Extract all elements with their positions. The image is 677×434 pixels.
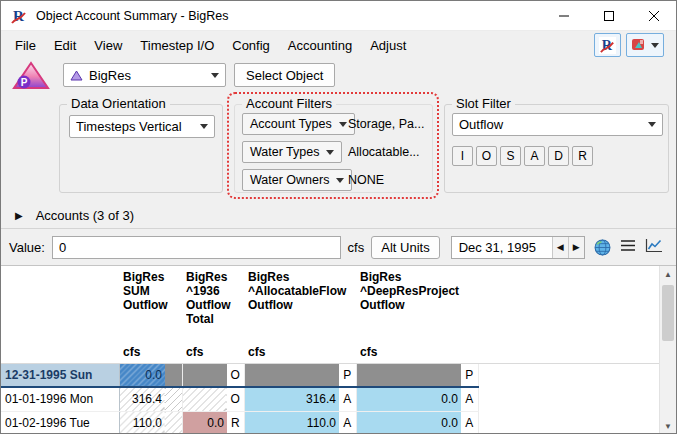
value-bar: Value: cfs Alt Units Dec 31, 1995 ◀ ▶ — [1, 229, 676, 265]
water-types-button-label: Water Types — [250, 145, 319, 159]
accounts-section-header[interactable]: ▶ Accounts (3 of 3) — [1, 203, 676, 229]
row-header-date[interactable]: 01-02-1996 Tue — [1, 411, 119, 434]
cell-flag[interactable]: A — [339, 411, 356, 434]
row-header-date[interactable]: 12-31-1995 Sun — [1, 363, 119, 387]
slot-filter-combo[interactable]: Outflow — [452, 113, 663, 136]
account-table-area: BigRes SUM Outflowcfs BigRes ^1936 Outfl… — [1, 265, 676, 434]
table-row: 12-31-1995 Sun 0.0 O P P — [1, 363, 661, 387]
filler-header — [478, 266, 661, 363]
reservoir-object-icon: P — [12, 61, 50, 90]
cell-flag[interactable]: O — [227, 387, 244, 411]
data-orientation-combo[interactable]: Timesteps Vertical — [69, 115, 215, 138]
cell-value[interactable]: 0.0 — [182, 411, 227, 434]
column-header-deepresproject-outflow[interactable]: BigRes ^DeepResProject Outflowcfs — [356, 266, 478, 363]
cell-value[interactable]: 0.0 — [356, 411, 461, 434]
date-control: Dec 31, 1995 ◀ ▶ — [451, 236, 585, 259]
cell-value[interactable]: 316.4 — [244, 387, 339, 411]
cell-flag[interactable] — [165, 411, 182, 434]
global-time-button[interactable] — [592, 236, 613, 259]
date-field[interactable]: Dec 31, 1995 — [452, 237, 552, 258]
cell-flag[interactable] — [165, 387, 182, 411]
cell-value[interactable] — [182, 363, 227, 387]
account-types-button-label: Account Types — [250, 117, 332, 131]
cell-flag[interactable]: P — [339, 363, 356, 387]
flag-button-d[interactable]: D — [548, 146, 569, 166]
scrollbar-thumb[interactable] — [662, 285, 674, 341]
cell-flag[interactable]: A — [339, 387, 356, 411]
flag-button-o[interactable]: O — [476, 146, 497, 166]
plot-view-button[interactable] — [645, 238, 663, 256]
column-header-sum-outflow[interactable]: BigRes SUM Outflowcfs — [119, 266, 182, 363]
column-header-allocatableflow-outflow[interactable]: BigRes ^AllocatableFlow Outflowcfs — [244, 266, 356, 363]
column-units: cfs — [186, 345, 242, 359]
account-table: BigRes SUM Outflowcfs BigRes ^1936 Outfl… — [1, 266, 661, 434]
accounts-section-label: Accounts (3 of 3) — [36, 208, 134, 223]
menu-config[interactable]: Config — [223, 34, 279, 57]
value-input[interactable] — [52, 236, 341, 259]
minimize-icon — [559, 11, 569, 21]
alt-units-button[interactable]: Alt Units — [371, 236, 439, 259]
column-title: BigRes ^DeepResProject Outflow — [360, 270, 476, 312]
scrollbar-down-icon[interactable]: ▼ — [660, 418, 676, 434]
cell-value[interactable] — [182, 387, 227, 411]
menu-view[interactable]: View — [85, 34, 131, 57]
cell-value[interactable]: 316.4 — [119, 387, 165, 411]
date-column-header — [1, 266, 119, 363]
column-units: cfs — [248, 345, 354, 359]
riverware-toolbar-button[interactable]: R — [594, 33, 621, 57]
menu-adjust[interactable]: Adjust — [361, 34, 415, 57]
accounting-menu-button[interactable] — [626, 33, 664, 57]
object-combo[interactable]: BigRes — [63, 63, 226, 87]
cell-flag[interactable] — [165, 363, 182, 387]
column-header-1936-outflow-total[interactable]: BigRes ^1936 Outflow Totalcfs — [182, 266, 244, 363]
chevron-down-icon — [651, 43, 659, 48]
flag-button-i[interactable]: I — [452, 146, 473, 166]
filler-cell — [478, 363, 661, 387]
water-owners-value: NONE — [348, 173, 384, 187]
date-prev-button[interactable]: ◀ — [552, 237, 568, 258]
flag-button-s[interactable]: S — [500, 146, 521, 166]
accounting-icon — [631, 37, 648, 53]
flag-button-r[interactable]: R — [572, 146, 593, 166]
scrollbar-up-icon[interactable]: ▲ — [660, 266, 676, 282]
close-icon — [649, 11, 659, 21]
chevron-down-icon — [200, 124, 208, 129]
cell-flag[interactable]: O — [227, 363, 244, 387]
menu-accounting[interactable]: Accounting — [279, 34, 361, 57]
minimize-button[interactable] — [541, 1, 586, 30]
cell-flag[interactable]: A — [461, 411, 478, 434]
maximize-button[interactable] — [586, 1, 631, 30]
svg-text:P: P — [21, 77, 28, 88]
select-object-button[interactable]: Select Object — [234, 63, 335, 87]
account-types-button[interactable]: Account Types — [242, 113, 355, 135]
water-types-button[interactable]: Water Types — [242, 141, 342, 163]
table-view-button[interactable] — [620, 239, 636, 255]
water-types-value: Allocatable... — [348, 145, 420, 159]
cell-value[interactable]: 0.0 — [119, 363, 165, 387]
data-orientation-label: Data Orientation — [67, 96, 170, 111]
menu-edit[interactable]: Edit — [45, 34, 85, 57]
cell-value[interactable]: 110.0 — [244, 411, 339, 434]
object-type-icon — [70, 70, 83, 81]
cell-value[interactable]: 0.0 — [356, 387, 461, 411]
cell-value[interactable] — [244, 363, 339, 387]
cell-flag[interactable]: P — [461, 363, 478, 387]
column-title: BigRes ^AllocatableFlow Outflow — [248, 270, 354, 312]
expander-triangle-icon[interactable]: ▶ — [15, 210, 23, 221]
menu-file[interactable]: File — [6, 34, 45, 57]
flag-button-a[interactable]: A — [524, 146, 545, 166]
account-filters-label: Account Filters — [242, 96, 336, 111]
cell-flag[interactable]: R — [227, 411, 244, 434]
cell-flag[interactable]: A — [461, 387, 478, 411]
row-header-date[interactable]: 01-01-1996 Mon — [1, 387, 119, 411]
list-icon — [620, 239, 636, 252]
column-title: BigRes ^1936 Outflow Total — [186, 270, 242, 327]
object-account-summary-window: R Object Account Summary - BigRes File E… — [0, 0, 677, 434]
menu-timestep-io[interactable]: Timestep I/O — [131, 34, 223, 57]
cell-value[interactable]: 110.0 — [119, 411, 165, 434]
vertical-scrollbar[interactable]: ▲ ▼ — [659, 266, 676, 434]
close-button[interactable] — [631, 1, 676, 30]
cell-value[interactable] — [356, 363, 461, 387]
water-owners-button[interactable]: Water Owners — [242, 169, 352, 191]
date-next-button[interactable]: ▶ — [568, 237, 584, 258]
